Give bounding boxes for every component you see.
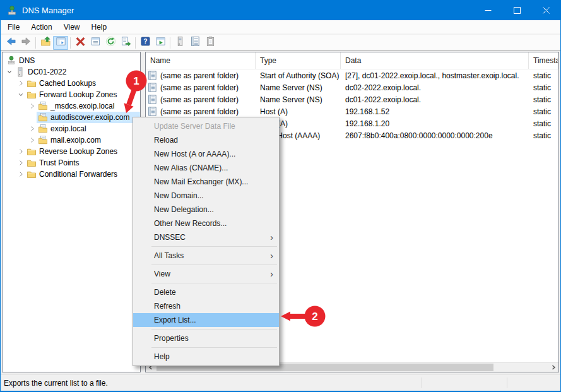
tree-item-dns[interactable]: DNS: [3, 55, 140, 66]
cell-data: dc01-2022.exoip.local.: [341, 93, 529, 105]
cell-data: 192.168.1.52: [341, 105, 529, 117]
tree-item-msdcs-exoip-local[interactable]: _msdcs.exoip.local: [3, 100, 140, 112]
tree-item-autodiscover-exoip-com[interactable]: autodiscover.exoip.com: [3, 112, 140, 123]
tree-item-dc01-2022[interactable]: DC01-2022: [3, 66, 140, 78]
column-header-data[interactable]: Data: [341, 52, 529, 69]
context-menu-item-label: DNSSEC: [154, 233, 186, 242]
toolbar-separator: [170, 37, 170, 49]
close-button[interactable]: [531, 1, 560, 20]
tree-item-conditional-forwarders[interactable]: Conditional Forwarders: [3, 169, 140, 180]
chevron-expanded-icon[interactable]: [5, 67, 14, 77]
chevron-placeholder: [28, 112, 37, 122]
column-header-name[interactable]: Name: [146, 52, 256, 69]
chevron-collapsed-icon[interactable]: [28, 124, 37, 134]
toolbar-delete-button[interactable]: [73, 36, 88, 50]
cell-timestamp: static: [529, 69, 558, 81]
toolbar-properties-button[interactable]: [88, 36, 103, 50]
minimize-button[interactable]: [473, 1, 502, 20]
context-menu-item-label: Update Server Data File: [154, 122, 235, 131]
context-menu-item-new-delegation[interactable]: New Delegation...: [133, 203, 279, 217]
toolbar-server-status-button[interactable]: [172, 36, 187, 50]
minimize-icon: [485, 7, 492, 14]
context-menu-item-new-host-a-or-aaaa[interactable]: New Host (A or AAAA)...: [133, 147, 279, 161]
submenu-arrow-icon: ›: [270, 251, 273, 260]
cell-data: [27], dc01-2022.exoip.local., hostmaster…: [341, 69, 529, 81]
menu-view[interactable]: View: [58, 20, 86, 33]
tree-item-band: Trust Points: [25, 157, 140, 169]
context-menu-item-label: Other New Records...: [154, 219, 227, 228]
menu-file[interactable]: File: [2, 20, 25, 33]
toolbar-clipboard-button[interactable]: [203, 36, 218, 50]
chevron-collapsed-icon[interactable]: [28, 101, 37, 111]
context-menu-item-export-list[interactable]: Export List...: [133, 313, 279, 327]
statusbar-divider: [422, 377, 422, 388]
cell-timestamp: static: [529, 105, 558, 117]
toolbar-record-list-button[interactable]: [187, 36, 203, 50]
tree-item-trust-points[interactable]: Trust Points: [3, 157, 140, 169]
context-menu-item-new-mail-exchanger-mx[interactable]: New Mail Exchanger (MX)...: [133, 175, 279, 189]
context-menu-item-all-tasks[interactable]: All Tasks›: [133, 249, 279, 263]
chevron-collapsed-icon[interactable]: [16, 169, 25, 179]
zone-icon: [38, 135, 48, 145]
server-icon: [175, 36, 186, 49]
context-menu-item-dnssec[interactable]: DNSSEC›: [133, 230, 279, 244]
table-row[interactable]: (same as parent folder)Name Server (NS)d…: [146, 93, 558, 105]
table-row[interactable]: (same as parent folder)Start of Authorit…: [146, 69, 558, 81]
chevron-collapsed-icon[interactable]: [16, 78, 25, 88]
toolbar-refresh-button[interactable]: [103, 36, 118, 50]
context-menu-item-new-alias-cname[interactable]: New Alias (CNAME)...: [133, 161, 279, 175]
scroll-right-arrow-icon[interactable]: [548, 363, 558, 372]
table-row[interactable]: (same as parent folder)Host (A)192.168.1…: [146, 105, 558, 117]
tree-item-reverse-lookup-zones[interactable]: Reverse Lookup Zones: [3, 146, 140, 157]
chevron-collapsed-icon[interactable]: [28, 135, 37, 145]
context-menu-separator: [151, 329, 277, 330]
chevron-expanded-icon[interactable]: [16, 90, 25, 100]
context-menu-item-refresh[interactable]: Refresh: [133, 299, 279, 313]
column-header-type[interactable]: Type: [256, 52, 341, 69]
chevron-collapsed-icon[interactable]: [16, 146, 25, 157]
toolbar-show-console-tree-button[interactable]: [53, 36, 68, 50]
context-menu-item-label: New Mail Exchanger (MX)...: [154, 177, 248, 186]
cell-name: (same as parent folder): [146, 93, 256, 105]
record-name: (same as parent folder): [160, 83, 239, 92]
menu-bar: FileActionViewHelp: [1, 20, 560, 34]
context-menu-item-delete[interactable]: Delete: [133, 285, 279, 299]
tree-item-exoip-local[interactable]: exoip.local: [3, 123, 140, 134]
chevron-collapsed-icon[interactable]: [16, 158, 25, 168]
toolbar-forward-button[interactable]: [18, 36, 33, 50]
tree-item-mail-exoip-com[interactable]: mail.exoip.com: [3, 134, 140, 146]
context-menu-item-properties[interactable]: Properties: [133, 331, 279, 345]
context-menu-item-help[interactable]: Help: [133, 350, 279, 364]
table-row[interactable]: (same as parent folder)Name Server (NS)d…: [146, 81, 558, 93]
tree-item-forward-lookup-zones[interactable]: Forward Lookup Zones: [3, 89, 140, 100]
console-tree-pane: DNSDC01-2022Cached LookupsForward Lookup…: [2, 52, 141, 372]
context-menu-item-new-domain[interactable]: New Domain...: [133, 189, 279, 203]
tree-item-cached-lookups[interactable]: Cached Lookups: [3, 78, 140, 89]
maximize-button[interactable]: [502, 1, 531, 20]
dns-root-icon: [6, 56, 16, 66]
menu-help[interactable]: Help: [86, 20, 113, 33]
column-header-timestamp[interactable]: Timestamp: [529, 52, 558, 69]
context-menu-separator: [151, 264, 277, 265]
record-row-icon: [148, 107, 157, 116]
toolbar-up-one-level-button[interactable]: [38, 36, 53, 50]
export-doc-icon: [121, 36, 131, 49]
title-bar: DNS Manager: [1, 1, 560, 20]
context-menu-item-label: Properties: [154, 334, 189, 343]
toolbar-help-button[interactable]: ?: [138, 36, 153, 50]
context-menu-item-label: New Host (A or AAAA)...: [154, 150, 235, 158]
folder-icon: [27, 78, 37, 88]
toolbar-back-button[interactable]: [3, 36, 18, 50]
menu-action[interactable]: Action: [25, 20, 57, 33]
context-menu-item-reload[interactable]: Reload: [133, 133, 279, 147]
context-menu-item-other-new-records[interactable]: Other New Records...: [133, 217, 279, 230]
tree-item-band: mail.exoip.com: [37, 134, 140, 146]
cell-type: Start of Authority (SOA): [256, 69, 341, 81]
cell-type: Name Server (NS): [256, 81, 341, 93]
tree-item-label: Conditional Forwarders: [39, 170, 117, 179]
record-row-icon: [148, 71, 157, 80]
toolbar-export-list-button[interactable]: [118, 36, 133, 50]
folder-icon: [27, 169, 37, 179]
toolbar-new-window-button[interactable]: [153, 36, 168, 50]
context-menu-item-view[interactable]: View›: [133, 267, 279, 281]
